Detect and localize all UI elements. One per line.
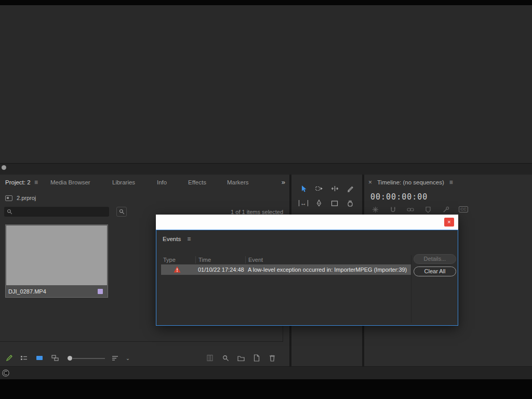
tab-markers[interactable]: Markers: [227, 175, 249, 190]
tab-media-browser[interactable]: Media Browser: [50, 175, 90, 190]
top-window-strip: [0, 0, 532, 5]
linked-selection-icon[interactable]: [406, 205, 415, 214]
event-message: A low-level exception occurred in: Impor…: [248, 264, 407, 275]
ripple-edit-tool-icon[interactable]: [330, 184, 339, 193]
sort-chevron-icon[interactable]: ⌄: [124, 354, 132, 362]
clear-all-button[interactable]: Clear All: [414, 267, 456, 276]
timeline-menu-icon[interactable]: ≡: [449, 179, 453, 186]
tab-libraries[interactable]: Libraries: [112, 175, 135, 190]
new-bin-icon[interactable]: [237, 354, 245, 362]
automate-sequence-icon[interactable]: [206, 354, 214, 362]
razor-tool-icon[interactable]: [345, 184, 355, 193]
captions-icon[interactable]: CC: [459, 205, 468, 214]
close-panel-icon[interactable]: ×: [368, 179, 372, 186]
project-file-row[interactable]: 2.prproj: [5, 195, 36, 201]
events-list: Type Time Event 01/10/22 17:24:48 A low-…: [161, 255, 411, 323]
tab-overflow-icon[interactable]: »: [282, 175, 285, 190]
find-icon[interactable]: [221, 354, 230, 362]
project-panel-menu-icon[interactable]: ≡: [34, 175, 38, 190]
timeline-title: Timeline: (no sequences): [377, 179, 444, 185]
search-input[interactable]: [15, 209, 103, 215]
column-separator: [195, 256, 196, 263]
hand-tool-icon[interactable]: [345, 198, 355, 208]
column-type: Type: [163, 255, 176, 264]
timecode-display[interactable]: 00:00:00:00: [370, 192, 428, 202]
edit-pencil-icon[interactable]: [5, 354, 14, 362]
project-toolbar: ⌄: [0, 351, 289, 366]
add-marker-icon[interactable]: [423, 205, 433, 214]
panel-divider-handle[interactable]: [2, 165, 6, 170]
events-menu-icon[interactable]: ≡: [187, 235, 191, 243]
window-close-button[interactable]: ×: [444, 218, 454, 227]
list-view-icon[interactable]: [20, 354, 28, 362]
label-color-chip[interactable]: [98, 289, 103, 294]
magnifier-icon: [119, 209, 125, 215]
status-bar: [0, 366, 532, 379]
timeline-settings-wrench-icon[interactable]: [441, 205, 450, 214]
snap-magnet-icon[interactable]: [388, 205, 397, 214]
tab-info[interactable]: Info: [157, 175, 167, 190]
program-monitor-area: [0, 5, 532, 164]
column-separator: [245, 256, 246, 263]
tab-effects[interactable]: Effects: [188, 175, 206, 190]
column-time: Time: [198, 255, 211, 264]
zoom-slider-track[interactable]: [73, 358, 105, 359]
tab-events[interactable]: Events: [163, 236, 181, 242]
warning-icon: [174, 266, 181, 273]
search-bin-icon[interactable]: [116, 207, 127, 217]
track-select-tool-icon[interactable]: [314, 184, 324, 193]
new-item-icon[interactable]: [252, 354, 261, 362]
clip-thumbnail: [6, 225, 107, 285]
event-time: 01/10/22 17:24:48: [198, 264, 244, 275]
search-icon: [7, 209, 12, 215]
timeline-header: × Timeline: (no sequences) ≡: [364, 175, 532, 190]
events-list-header: Type Time Event: [161, 255, 411, 264]
project-file-icon: [5, 195, 12, 201]
sort-icon[interactable]: [111, 354, 119, 362]
zoom-slider-knob[interactable]: [68, 356, 72, 361]
creative-cloud-sync-icon[interactable]: [2, 369, 10, 377]
pen-tool-icon[interactable]: [314, 198, 324, 208]
nest-sequence-icon[interactable]: [370, 205, 380, 214]
details-button[interactable]: Details...: [414, 254, 456, 264]
rectangle-tool-icon[interactable]: [330, 198, 339, 208]
bottom-window-strip: [0, 379, 532, 399]
events-panel: Events ≡ Type Time Event 01/10/22 17:24:…: [156, 230, 458, 326]
delete-trash-icon[interactable]: [268, 354, 276, 362]
column-event: Event: [248, 255, 263, 264]
icon-view-icon[interactable]: [35, 354, 44, 362]
tab-project[interactable]: Project: 2: [5, 175, 31, 190]
freeform-view-icon[interactable]: [51, 354, 59, 362]
slip-tool-icon[interactable]: ↔: [299, 198, 308, 208]
events-window-titlebar[interactable]: [156, 215, 458, 230]
project-file-name: 2.prproj: [17, 195, 36, 201]
events-window: × Events ≡ Type Time Event 01/10/22 17:2…: [156, 215, 458, 326]
event-row[interactable]: 01/10/22 17:24:48 A low-level exception …: [161, 264, 411, 275]
project-search[interactable]: [4, 207, 109, 217]
clip-name: DJI_0287.MP4: [8, 288, 46, 295]
clip-item-dji-0287[interactable]: DJI_0287.MP4: [5, 224, 108, 298]
selection-tool-icon[interactable]: [299, 184, 308, 193]
